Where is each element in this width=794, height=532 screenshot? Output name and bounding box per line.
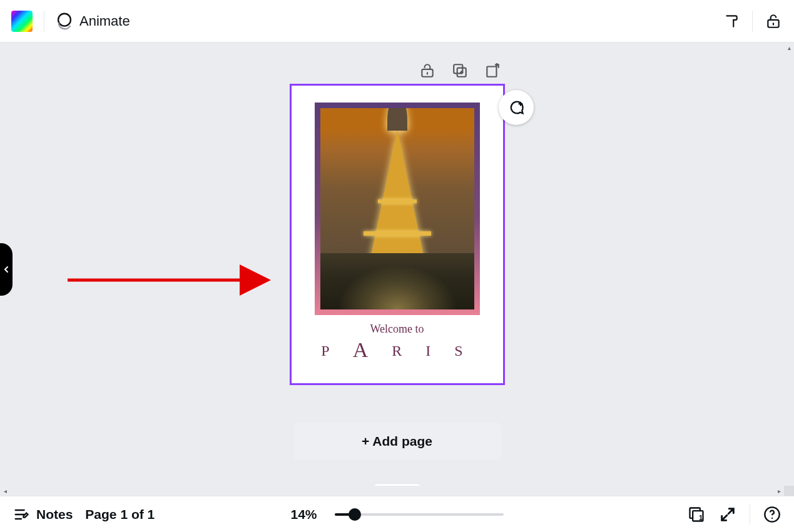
separator	[752, 11, 753, 32]
add-page-icon-button[interactable]	[483, 61, 502, 80]
zoom-controls: 14%	[290, 507, 503, 522]
top-toolbar: Animate	[0, 0, 794, 43]
scroll-corner	[784, 486, 794, 496]
add-page-label: + Add page	[362, 434, 432, 449]
bottom-bar: Notes Page 1 of 1 14% 1	[0, 496, 794, 532]
svg-rect-4	[426, 72, 427, 74]
page-action-icons	[418, 61, 502, 80]
svg-point-12	[771, 517, 773, 518]
caption-city-text[interactable]: P A R I S	[321, 337, 472, 361]
animate-icon	[56, 13, 73, 30]
separator	[750, 504, 750, 524]
fullscreen-button[interactable]	[718, 505, 737, 524]
vertical-scrollbar[interactable]: ▴▾	[784, 43, 794, 496]
svg-point-0	[58, 13, 71, 26]
animate-label: Animate	[79, 13, 130, 29]
styles-button[interactable]	[722, 12, 741, 31]
lock-page-button[interactable]	[418, 61, 437, 80]
duplicate-page-button[interactable]	[450, 61, 469, 80]
photo-frame[interactable]	[315, 103, 480, 315]
separator	[44, 11, 44, 32]
notes-label: Notes	[36, 507, 73, 522]
notes-button[interactable]: Notes	[13, 506, 73, 523]
page-status-text[interactable]: Page 1 of 1	[85, 507, 155, 522]
canvas-area: Welcome to P A R I S + Add page ▴▾ ◂▸	[0, 43, 794, 496]
zoom-percent-label[interactable]: 14%	[290, 507, 317, 522]
svg-rect-7	[487, 67, 496, 77]
grid-view-button[interactable]: 1	[687, 505, 706, 524]
zoom-slider[interactable]	[335, 509, 504, 520]
annotation-arrow	[68, 273, 287, 313]
svg-rect-2	[773, 23, 774, 25]
canvas-wrap: Welcome to P A R I S	[290, 84, 505, 385]
add-comment-button[interactable]	[499, 90, 534, 125]
horizontal-scrollbar[interactable]: ◂▸	[0, 486, 784, 496]
background-color-swatch[interactable]	[11, 11, 33, 32]
help-button[interactable]	[763, 505, 781, 524]
lock-button[interactable]	[764, 12, 783, 31]
thumbnail-page-num: 1	[699, 514, 703, 521]
animate-button[interactable]: Animate	[56, 13, 130, 30]
caption-welcome-text[interactable]: Welcome to	[370, 323, 424, 336]
eiffel-tower-photo[interactable]	[320, 108, 474, 309]
design-page[interactable]: Welcome to P A R I S	[290, 84, 505, 385]
add-page-button[interactable]: + Add page	[293, 423, 501, 460]
expand-side-panel-tab[interactable]	[0, 243, 13, 296]
